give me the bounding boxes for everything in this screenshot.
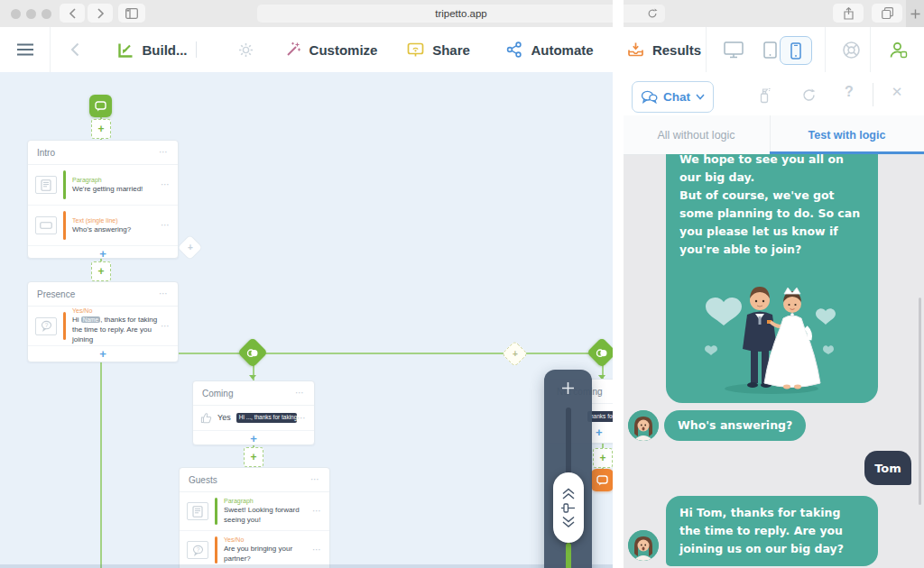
tab-share-label: Share [432, 42, 470, 58]
block-item-yesno[interactable]: ? Yes/No Hi Name, thanks for taking the … [28, 307, 178, 346]
tab-customize[interactable]: Customize [271, 27, 392, 72]
browser-back-button[interactable] [60, 4, 85, 23]
builder-canvas[interactable]: + + Intro ⋯ Paragraph We're getting marr… [0, 72, 614, 568]
zoom-slider-panel[interactable] [544, 370, 592, 568]
collapse-panel-button[interactable] [61, 36, 88, 63]
support-button[interactable] [835, 36, 867, 63]
block-header[interactable]: Coming ⋯ [193, 381, 314, 406]
add-block-node[interactable]: + [91, 261, 111, 281]
branch-condition-row[interactable]: Yes Hi ..., thanks for taking the ti ⋯ [193, 406, 314, 431]
tab-overview-button[interactable] [872, 4, 902, 23]
add-branch-diamond[interactable]: + [177, 234, 204, 261]
more-icon[interactable]: ⋯ [297, 414, 307, 423]
tab-share[interactable]: Share [392, 27, 485, 72]
block-header[interactable]: Intro ⋯ [28, 141, 178, 165]
device-desktop-button[interactable] [717, 36, 750, 63]
magic-wand-icon [285, 41, 301, 58]
plus-glyph: + [97, 265, 104, 278]
more-icon[interactable]: ⋯ [312, 507, 322, 516]
block-item-text[interactable]: Text (single line) Who's answering? ⋯ [28, 206, 178, 246]
more-icon[interactable]: ⋯ [310, 475, 320, 484]
zoom-handle-icon[interactable] [560, 503, 576, 513]
branch-node[interactable] [587, 337, 614, 368]
chevron-right-icon [97, 8, 105, 19]
plus-icon [910, 9, 920, 19]
add-block-node[interactable]: + [91, 119, 111, 139]
plus-glyph: + [97, 123, 104, 135]
double-chevron-down-icon[interactable] [561, 516, 576, 528]
block-card-intro[interactable]: Intro ⋯ Paragraph We're getting married!… [27, 140, 179, 259]
block-item-paragraph[interactable]: Paragraph We're getting married! ⋯ [28, 165, 178, 206]
tab-automate[interactable]: Automate [485, 27, 614, 72]
branch-node[interactable] [237, 337, 268, 368]
address-bar[interactable]: tripetto.app [257, 5, 665, 23]
tab-builder[interactable]: Build... [99, 27, 271, 72]
wedding-couple-illustration [677, 264, 866, 398]
condition-label: Yes [217, 412, 231, 423]
close-preview-button[interactable]: ✕ [886, 84, 908, 105]
tab-automate-label: Automate [531, 42, 593, 58]
new-tab-button[interactable] [906, 0, 924, 27]
sidebar-icon [125, 8, 138, 19]
more-icon[interactable]: ⋯ [161, 221, 171, 230]
app-window: tripetto.app Build... [0, 0, 924, 568]
toolbar-divider [706, 27, 707, 72]
more-icon[interactable]: ⋯ [161, 180, 171, 189]
message-text: Who's answering? [678, 417, 792, 435]
block-header[interactable]: Presence ⋯ [28, 282, 178, 307]
device-mobile-button[interactable] [780, 36, 812, 65]
message-text: But of course, we've got some planning t… [679, 187, 864, 259]
add-block-node[interactable]: + [244, 447, 263, 467]
browser-forward-button[interactable] [88, 4, 113, 23]
more-icon[interactable]: ⋯ [295, 389, 305, 398]
close-glyph: ✕ [892, 84, 903, 99]
reload-button[interactable] [644, 5, 661, 22]
clear-style-button[interactable] [752, 83, 777, 106]
block-header[interactable]: Guests ⋯ [180, 468, 329, 492]
svg-text:?: ? [196, 545, 199, 552]
chat-preview[interactable]: We hope to see you all on our big day. B… [623, 154, 924, 568]
tab-test-with-logic[interactable]: Test with logic [770, 115, 924, 154]
add-block-node[interactable]: + [593, 448, 613, 468]
help-button[interactable]: ? [838, 84, 860, 105]
more-icon[interactable]: ⋯ [312, 545, 322, 554]
share-page-button[interactable] [833, 4, 864, 23]
double-chevron-up-icon[interactable] [561, 488, 576, 500]
item-color-bar [63, 211, 66, 240]
block-card-presence[interactable]: Presence ⋯ ? Yes/No Hi Name, thanks for … [27, 281, 179, 362]
add-item-button[interactable]: + [28, 246, 178, 261]
chat-scrollbar[interactable] [919, 298, 921, 505]
window-maximize-button[interactable] [42, 9, 51, 19]
tab-all-without-logic[interactable]: All without logic [623, 115, 771, 154]
more-icon[interactable]: ⋯ [159, 148, 169, 157]
flow-end-node[interactable] [591, 469, 614, 491]
window-close-button[interactable] [11, 9, 21, 19]
menu-button[interactable] [9, 36, 42, 63]
more-icon[interactable]: ⋯ [159, 289, 169, 298]
add-item-button[interactable]: + [596, 426, 603, 439]
block-card-coming[interactable]: Coming ⋯ Yes Hi ..., thanks for taking t… [192, 380, 315, 445]
item-type-label: Yes/No [224, 536, 312, 545]
item-text: Hi [72, 316, 81, 324]
flow-start-node[interactable] [89, 95, 112, 117]
block-card-guests[interactable]: Guests ⋯ Paragraph Sweet! Looking forwar… [179, 467, 330, 568]
chat-mode-dropdown[interactable]: Chat [632, 81, 714, 113]
toolbar-divider [50, 27, 51, 72]
restart-button[interactable] [796, 83, 821, 106]
zoom-in-button[interactable] [544, 377, 592, 399]
add-item-button[interactable]: + [28, 346, 178, 362]
question-bubble-icon: ? [35, 317, 57, 335]
block-item-paragraph[interactable]: Paragraph Sweet! Looking forward seeing … [180, 492, 329, 531]
chat-bubbles-icon [641, 90, 658, 104]
scroll-handle[interactable] [553, 472, 584, 543]
add-item-button[interactable]: + [193, 431, 314, 446]
block-item-yesno[interactable]: ? Yes/No Are you bringing your partner? … [180, 531, 329, 568]
account-button[interactable] [881, 36, 915, 63]
more-icon[interactable]: ⋯ [161, 322, 171, 331]
window-minimize-button[interactable] [26, 9, 36, 19]
builder-settings-gear-icon[interactable] [238, 42, 254, 58]
insert-branch-diamond[interactable]: + [502, 341, 529, 368]
tab-results[interactable]: Results [623, 27, 706, 72]
message-text: We hope to see you all on our big day. [679, 154, 864, 187]
sidebar-toggle-button[interactable] [118, 4, 145, 23]
